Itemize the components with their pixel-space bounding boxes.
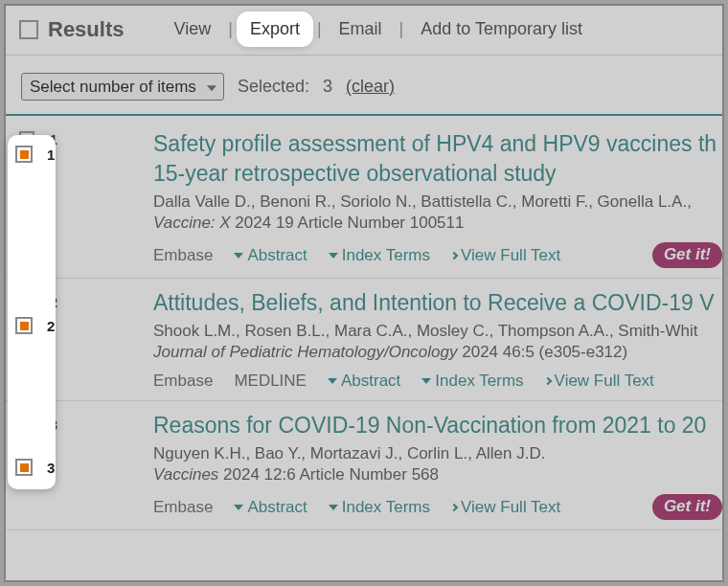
result-source: Vaccine: X 2024 19 Article Number 100511 <box>153 214 722 233</box>
items-count-select[interactable]: Select number of items <box>21 73 224 101</box>
result-row: 2Attitudes, Beliefs, and Intention to Re… <box>6 279 722 401</box>
abstract-toggle[interactable]: Abstract <box>234 246 307 265</box>
results-toolbar: Results View | Export | Email | Add to T… <box>6 6 722 56</box>
export-action[interactable]: Export <box>239 13 311 45</box>
result-checkbox[interactable] <box>19 294 34 313</box>
result-row: 1Safety profile assessment of HPV4 and H… <box>6 116 722 279</box>
result-source: Vaccines 2024 12:6 Article Number 568 <box>153 465 722 485</box>
index-terms-toggle[interactable]: Index Terms <box>329 498 430 517</box>
result-authors: Dalla Valle D., Benoni R., Soriolo N., B… <box>153 192 722 212</box>
database-label: MEDLINE <box>234 372 307 391</box>
get-it-button[interactable]: Get it! <box>652 494 722 520</box>
database-label: Embase <box>153 498 213 517</box>
result-title[interactable]: Safety profile assessment of HPV4 and HP… <box>153 129 722 189</box>
result-meta: Embase Abstract Index Terms View Full Te… <box>153 494 722 520</box>
result-number: 3 <box>50 417 57 433</box>
result-number: 2 <box>50 294 57 310</box>
separator: | <box>394 19 410 39</box>
database-label: Embase <box>153 246 213 265</box>
selected-count: 3 <box>323 77 332 97</box>
results-heading: Results <box>48 17 124 42</box>
separator: | <box>311 19 328 39</box>
result-authors: Shook L.M., Rosen B.L., Mara C.A., Mosle… <box>153 322 722 341</box>
result-row: 3Reasons for COVID-19 Non-Vaccination fr… <box>6 401 722 530</box>
result-authors: Nguyen K.H., Bao Y., Mortazavi J., Corli… <box>153 444 722 463</box>
selected-label: Selected: <box>238 77 309 97</box>
index-terms-toggle[interactable]: Index Terms <box>329 246 430 265</box>
clear-selection-link[interactable]: (clear) <box>346 77 395 97</box>
select-all-checkbox[interactable] <box>19 20 38 39</box>
result-meta: Embase Abstract Index Terms View Full Te… <box>153 242 722 268</box>
database-label: Embase <box>153 372 213 391</box>
view-full-text-link[interactable]: View Full Text <box>451 498 560 517</box>
result-checkbox[interactable] <box>19 131 34 150</box>
index-terms-toggle[interactable]: Index Terms <box>421 372 523 391</box>
abstract-toggle[interactable]: Abstract <box>328 372 400 391</box>
view-full-text-link[interactable]: View Full Text <box>545 372 654 391</box>
selection-controls: Select number of items Selected: 3 (clea… <box>6 56 722 114</box>
email-action[interactable]: Email <box>328 13 394 45</box>
view-action[interactable]: View <box>162 13 222 45</box>
result-checkbox[interactable] <box>19 417 34 436</box>
results-list: 1Safety profile assessment of HPV4 and H… <box>6 116 722 530</box>
view-full-text-link[interactable]: View Full Text <box>451 246 560 265</box>
result-title[interactable]: Reasons for COVID-19 Non-Vaccination fro… <box>153 411 722 440</box>
result-meta: EmbaseMEDLINE Abstract Index Terms View … <box>153 372 722 391</box>
get-it-button[interactable]: Get it! <box>652 242 722 268</box>
result-source: Journal of Pediatric Hematology/Oncology… <box>153 343 722 362</box>
abstract-toggle[interactable]: Abstract <box>234 498 307 517</box>
result-number: 1 <box>50 131 57 147</box>
separator: | <box>222 19 239 39</box>
result-title[interactable]: Attitudes, Beliefs, and Intention to Rec… <box>153 288 722 318</box>
add-temporary-list-action[interactable]: Add to Temporary list <box>409 13 594 45</box>
